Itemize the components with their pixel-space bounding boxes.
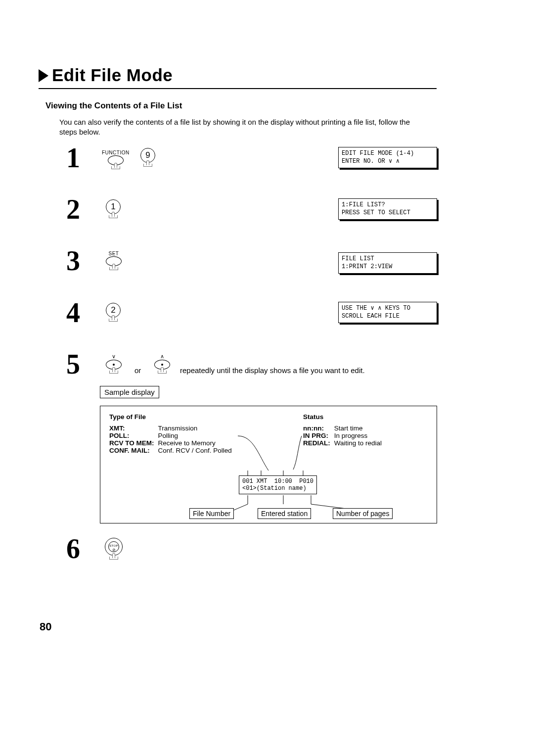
lcd-display-step1: EDIT FILE MODE (1-4) ENTER NO. OR ∨ ∧ (338, 147, 437, 168)
keypad-9-group: 9 (140, 148, 155, 167)
lcd-display-step2: 1:FILE LIST? PRESS SET TO SELECT (338, 198, 437, 220)
keypad-1-group: 1 (106, 199, 121, 218)
scroll-down-group: ∨ (106, 353, 122, 374)
set-label: SET (106, 251, 122, 256)
step-number-1: 1 (66, 142, 80, 174)
title-arrow-icon (39, 69, 48, 82)
legend-container: Type of File XMT:Transmission POLL:Polli… (100, 406, 437, 523)
entered-station-annotation: Entered station (258, 508, 311, 519)
number-of-pages-annotation: Number of pages (333, 508, 393, 519)
section-subheading: Viewing the Contents of a File List (45, 101, 182, 111)
step-number-2: 2 (66, 193, 80, 225)
function-label: FUNCTION (102, 150, 130, 155)
down-caret-icon: ∨ (106, 353, 122, 360)
up-caret-icon: ∧ (154, 353, 170, 360)
step-number-3: 3 (66, 245, 80, 277)
press-icon (109, 267, 118, 270)
stop-button-group: STOP ⊘ (105, 538, 123, 560)
connector-lines-icon (100, 406, 438, 524)
title-rule (39, 88, 437, 89)
press-icon (109, 371, 118, 374)
press-icon (158, 371, 167, 374)
step-number-6: 6 (66, 533, 80, 565)
set-button-group: SET (106, 251, 122, 270)
step5-instruction: repeatedly until the display shows a fil… (180, 365, 365, 376)
file-number-annotation: File Number (189, 508, 234, 519)
scroll-up-group: ∧ (154, 353, 170, 374)
keypad-2-group: 2 (106, 303, 121, 322)
lcd-display-step3: FILE LIST 1:PRINT 2:VIEW (338, 252, 437, 274)
sample-lcd: 001 XMT 10:00 P010 <01>(Station name) (239, 475, 317, 494)
page-title: Edit File Mode (52, 65, 173, 85)
press-icon (109, 215, 118, 218)
function-button-group: FUNCTION (102, 150, 130, 169)
lcd-display-step4: USE THE ∨ ∧ KEYS TO SCROLL EACH FILE (338, 302, 437, 323)
step-number-4: 4 (66, 297, 80, 329)
or-text: or (134, 365, 141, 376)
press-icon (143, 164, 152, 167)
svg-line-7 (234, 504, 248, 510)
press-icon (109, 319, 118, 322)
sample-display-label: Sample display (100, 386, 159, 398)
press-icon (111, 166, 120, 169)
page-number: 80 (40, 620, 51, 633)
press-icon (109, 557, 118, 560)
step-number-5: 5 (66, 348, 80, 380)
manual-page: Edit File Mode Viewing the Contents of a… (0, 0, 534, 756)
intro-paragraph: You can also verify the contents of a fi… (59, 117, 425, 138)
